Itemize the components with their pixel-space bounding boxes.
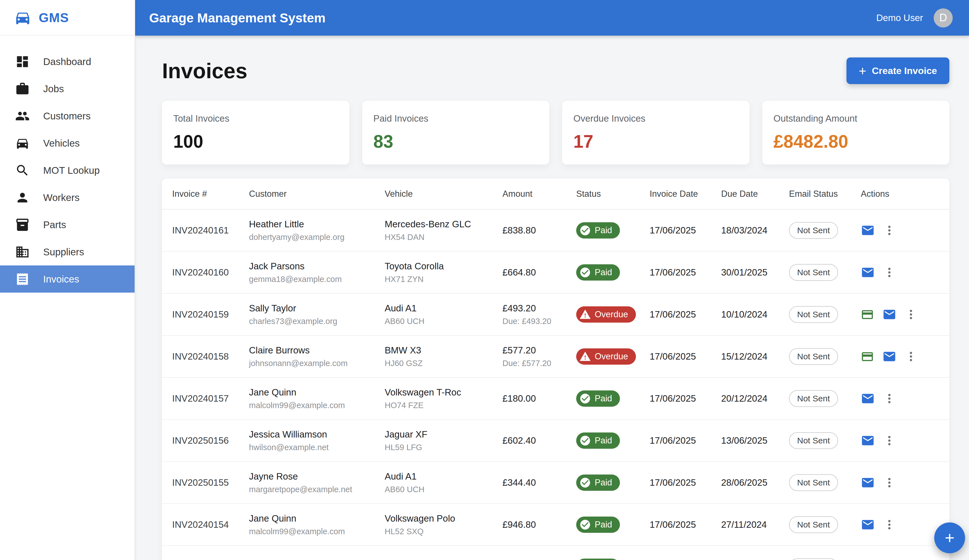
sidebar-item-jobs[interactable]: Jobs — [0, 75, 135, 102]
status-cell: Paid — [576, 517, 649, 533]
invoices-table: Invoice # Customer Vehicle Amount Status… — [162, 179, 949, 560]
send-email-button[interactable] — [882, 349, 896, 364]
amount: £946.80 — [503, 519, 576, 530]
fab-create-invoice-button[interactable]: + — [934, 522, 965, 553]
briefcase-icon — [15, 81, 30, 96]
amount: £577.20 — [503, 345, 576, 356]
more-vert-icon — [883, 477, 896, 489]
amount: £838.80 — [503, 225, 576, 236]
row-menu-button[interactable] — [905, 308, 917, 321]
inventory-icon — [15, 218, 30, 232]
status-cell: Paid — [576, 475, 649, 491]
send-email-button[interactable] — [882, 307, 896, 321]
customer-cell: Jane Quinn malcolm99@example.com — [249, 513, 385, 536]
status-label: Paid — [595, 394, 612, 404]
page-title: Invoices — [162, 59, 247, 83]
avatar-initial: D — [939, 12, 947, 24]
amount-cell: £946.80 — [503, 519, 576, 530]
due-date: 10/10/2024 — [721, 309, 789, 320]
row-menu-button[interactable] — [883, 224, 896, 236]
row-menu-button[interactable] — [883, 518, 896, 531]
customer-name: Jessica Williamson — [249, 429, 385, 440]
vehicle-cell: Audi A1 AB60 UCH — [385, 303, 503, 326]
sidebar-item-mot-lookup[interactable]: MOT Lookup — [0, 157, 135, 184]
building-icon — [15, 245, 30, 259]
card-label: Overdue Invoices — [573, 113, 738, 124]
mail-icon — [861, 392, 875, 405]
send-email-button[interactable] — [861, 266, 875, 279]
status-label: Paid — [595, 268, 612, 278]
row-actions — [861, 476, 939, 490]
email-status-cell: Not Sent — [789, 390, 861, 407]
create-invoice-button[interactable]: + Create Invoice — [846, 57, 949, 84]
status-paid-icon — [579, 477, 591, 489]
row-menu-button[interactable] — [883, 266, 896, 279]
row-actions — [861, 392, 939, 405]
vehicle-cell: Jaguar XF HL59 LFG — [385, 429, 503, 452]
mail-icon — [861, 476, 875, 490]
more-vert-icon — [883, 224, 896, 236]
sidebar-item-suppliers[interactable]: Suppliers — [0, 238, 135, 266]
record-payment-button[interactable] — [861, 350, 874, 363]
amount: £664.80 — [503, 267, 576, 278]
customer-email: gemma18@example.com — [249, 275, 385, 284]
record-payment-button[interactable] — [861, 308, 874, 321]
row-menu-button[interactable] — [883, 392, 896, 405]
vehicle-cell: Mercedes-Benz GLC HX54 DAN — [385, 219, 503, 242]
people-icon — [15, 109, 30, 123]
sidebar-item-dashboard[interactable]: Dashboard — [0, 48, 135, 75]
send-email-button[interactable] — [861, 434, 875, 448]
sidebar-item-workers[interactable]: Workers — [0, 184, 135, 211]
customer-cell: Claire Burrows johnsonann@example.com — [249, 345, 385, 368]
avatar[interactable]: D — [934, 8, 953, 27]
send-email-button[interactable] — [861, 223, 875, 238]
card-outstanding-amount: Outstanding Amount £8482.80 — [763, 101, 950, 165]
due-date: 27/11/2024 — [721, 519, 789, 530]
person-icon — [15, 190, 30, 205]
send-email-button[interactable] — [861, 518, 875, 532]
send-email-button[interactable] — [861, 476, 875, 490]
vehicle-reg: HX54 DAN — [385, 233, 503, 242]
row-menu-button[interactable] — [883, 477, 896, 489]
status-paid-icon — [579, 393, 591, 404]
vehicle-cell: Toyota Corolla HX71 ZYN — [385, 261, 503, 284]
status-label: Paid — [595, 478, 612, 488]
customer-email: johnsonann@example.com — [249, 359, 385, 368]
amount-cell: £344.40 — [503, 477, 576, 488]
status-badge: Overdue — [576, 348, 636, 365]
sidebar-item-customers[interactable]: Customers — [0, 102, 135, 130]
card-value: 100 — [173, 131, 338, 152]
status-paid-icon — [579, 224, 591, 236]
sidebar-item-parts[interactable]: Parts — [0, 211, 135, 238]
table-row: INV20250155 Jayne Rose margaretpope@exam… — [162, 462, 949, 504]
status-cell: Paid — [576, 264, 649, 281]
sidebar-item-vehicles[interactable]: Vehicles — [0, 130, 135, 157]
table-row: INV20240158 Claire Burrows johnsonann@ex… — [162, 336, 949, 378]
amount-cell: £493.20 Due: £493.20 — [503, 303, 576, 326]
more-vert-icon — [905, 308, 917, 321]
column-header-due-date: Due Date — [721, 189, 789, 199]
invoice-date: 17/06/2025 — [649, 267, 721, 278]
row-actions — [861, 349, 939, 364]
email-status-cell: Not Sent — [789, 474, 861, 491]
vehicle-reg: AB60 UCH — [385, 317, 503, 326]
amount: £344.40 — [503, 477, 576, 488]
status-badge: Paid — [576, 475, 620, 491]
email-status-chip: Not Sent — [789, 432, 838, 449]
invoice-date: 17/06/2025 — [649, 519, 721, 530]
amount-cell: £180.00 — [503, 393, 576, 404]
customer-cell: Jack Parsons gemma18@example.com — [249, 261, 385, 284]
table-row: INV20240160 Jack Parsons gemma18@example… — [162, 252, 949, 294]
column-header-amount: Amount — [503, 189, 576, 199]
status-cell: Overdue — [576, 306, 649, 322]
vehicle-reg: AB60 UCH — [385, 485, 503, 494]
car-logo-icon — [14, 9, 32, 27]
customer-cell: Jessica Williamson hwilson@example.net — [249, 429, 385, 452]
customer-name: Jane Quinn — [249, 387, 385, 398]
email-status-cell: Not Sent — [789, 222, 861, 239]
send-email-button[interactable] — [861, 392, 875, 405]
row-menu-button[interactable] — [883, 434, 896, 447]
row-menu-button[interactable] — [905, 351, 917, 363]
sidebar-item-invoices[interactable]: Invoices — [0, 266, 135, 292]
amount-due: Due: £577.20 — [503, 359, 576, 368]
